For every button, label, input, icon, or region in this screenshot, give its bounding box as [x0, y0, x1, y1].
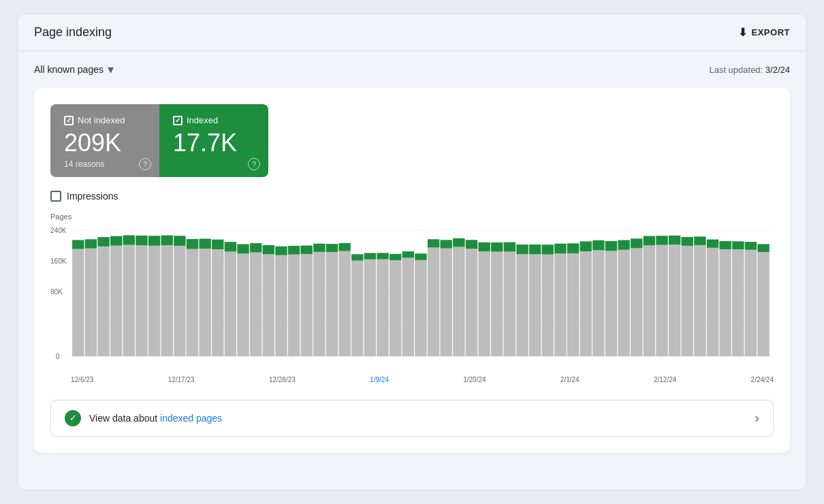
svg-rect-83 — [542, 254, 554, 356]
svg-rect-112 — [719, 241, 731, 249]
svg-rect-15 — [110, 245, 122, 356]
svg-rect-69 — [453, 247, 464, 356]
chart-svg: 240K 160K 80K 0 — [50, 223, 774, 373]
x-label-5: 1/20/24 — [463, 376, 486, 383]
svg-rect-35 — [237, 253, 249, 356]
svg-rect-54 — [351, 254, 363, 260]
svg-rect-49 — [326, 252, 338, 356]
svg-rect-55 — [364, 259, 376, 356]
svg-rect-30 — [199, 238, 210, 249]
stats-row: Not indexed 209K 14 reasons ? Indexed 17… — [50, 104, 774, 177]
svg-rect-87 — [567, 253, 579, 356]
impressions-label: Impressions — [67, 191, 118, 202]
indexed-header: Indexed — [173, 115, 252, 125]
not-indexed-label: Not indexed — [78, 115, 125, 125]
filter-label: All known pages — [34, 64, 104, 75]
svg-rect-45 — [300, 254, 312, 356]
svg-rect-95 — [618, 249, 629, 356]
svg-rect-75 — [491, 251, 503, 356]
svg-rect-9 — [72, 249, 84, 356]
green-check-icon: ✓ — [65, 410, 81, 426]
svg-rect-43 — [288, 254, 300, 356]
svg-rect-76 — [491, 242, 503, 252]
svg-rect-86 — [554, 243, 566, 253]
svg-rect-20 — [136, 235, 147, 245]
svg-rect-97 — [631, 248, 642, 356]
svg-rect-58 — [377, 253, 388, 259]
svg-rect-32 — [212, 239, 223, 249]
svg-rect-79 — [516, 254, 528, 356]
svg-rect-59 — [390, 260, 401, 356]
indexed-help-icon[interactable]: ? — [248, 158, 260, 170]
chart-area: Pages 240K 160K 80K 0 — [50, 212, 774, 383]
svg-rect-22 — [148, 236, 160, 246]
svg-rect-66 — [428, 239, 439, 247]
x-label-4: 1/9/24 — [370, 376, 389, 383]
svg-rect-92 — [592, 240, 604, 250]
impressions-checkbox[interactable] — [50, 191, 61, 202]
svg-rect-88 — [567, 243, 579, 253]
view-data-text: View data about indexed pages — [89, 413, 222, 424]
svg-rect-91 — [592, 250, 604, 356]
y-axis-label: Pages — [50, 212, 774, 221]
export-icon: ⬇ — [738, 26, 748, 39]
svg-rect-13 — [97, 246, 109, 356]
svg-text:80K: 80K — [50, 288, 63, 296]
svg-rect-39 — [263, 254, 274, 356]
svg-rect-102 — [656, 236, 667, 245]
svg-rect-70 — [453, 238, 464, 247]
svg-rect-62 — [402, 251, 414, 257]
svg-rect-14 — [97, 237, 109, 247]
main-content: Not indexed 209K 14 reasons ? Indexed 17… — [18, 82, 806, 469]
svg-rect-27 — [187, 249, 198, 356]
svg-rect-72 — [466, 240, 477, 249]
svg-text:240K: 240K — [50, 227, 67, 234]
svg-rect-103 — [669, 245, 680, 356]
indexed-checkbox[interactable] — [173, 116, 183, 125]
svg-rect-53 — [351, 260, 363, 356]
not-indexed-header: Not indexed — [64, 115, 143, 125]
page-title: Page indexing — [34, 25, 112, 40]
svg-rect-41 — [275, 255, 287, 356]
not-indexed-value: 209K — [64, 129, 143, 157]
svg-rect-99 — [644, 245, 655, 356]
svg-rect-57 — [377, 259, 388, 356]
svg-rect-24 — [161, 235, 173, 245]
svg-rect-16 — [110, 236, 122, 245]
not-indexed-help-icon[interactable]: ? — [139, 158, 151, 170]
indexed-box: Indexed 17.7K ? — [159, 104, 268, 177]
svg-rect-77 — [504, 251, 516, 356]
not-indexed-box: Not indexed 209K 14 reasons ? — [50, 104, 159, 177]
svg-rect-115 — [745, 249, 757, 356]
svg-rect-34 — [225, 242, 236, 251]
svg-text:160K: 160K — [50, 257, 67, 265]
svg-rect-51 — [338, 251, 350, 356]
svg-rect-38 — [250, 243, 262, 253]
impressions-row: Impressions — [50, 191, 774, 202]
svg-rect-84 — [542, 245, 554, 254]
svg-rect-109 — [707, 247, 718, 356]
svg-rect-29 — [199, 249, 210, 356]
svg-rect-52 — [338, 242, 350, 251]
svg-rect-73 — [478, 251, 490, 356]
svg-rect-11 — [85, 248, 97, 356]
svg-rect-85 — [554, 253, 566, 356]
x-label-7: 2/12/24 — [654, 376, 676, 383]
filter-dropdown[interactable]: All known pages ▾ — [34, 62, 114, 77]
svg-rect-105 — [682, 245, 693, 356]
svg-rect-44 — [288, 246, 300, 255]
svg-rect-116 — [745, 242, 757, 250]
svg-rect-26 — [174, 236, 185, 246]
x-label-1: 12/6/23 — [71, 376, 93, 383]
chevron-down-icon: ▾ — [108, 62, 114, 77]
x-label-2: 12/17/23 — [168, 376, 195, 383]
export-button[interactable]: ⬇ EXPORT — [738, 26, 790, 39]
svg-rect-63 — [415, 259, 426, 356]
page-indexing-card: Page indexing ⬇ EXPORT All known pages ▾… — [17, 14, 807, 490]
svg-rect-36 — [237, 244, 249, 253]
svg-rect-60 — [390, 253, 401, 259]
view-indexed-pages-button[interactable]: ✓ View data about indexed pages › — [50, 400, 774, 437]
svg-rect-68 — [440, 240, 451, 248]
svg-rect-46 — [300, 245, 312, 253]
not-indexed-checkbox[interactable] — [64, 116, 74, 125]
